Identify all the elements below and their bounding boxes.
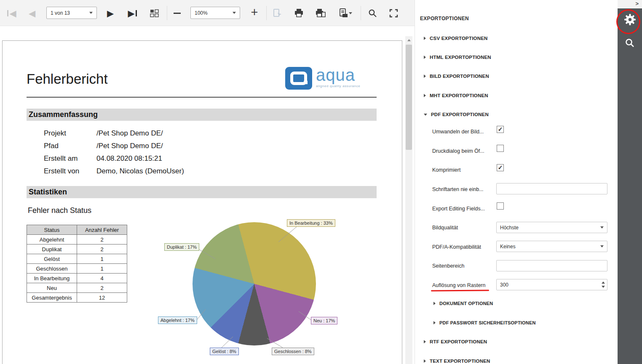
vertical-scrollbar[interactable]: [405, 36, 412, 364]
statistics-heading: Statistiken: [27, 186, 377, 198]
highlight-editing-fields-button[interactable]: [270, 4, 286, 22]
table-cell: 2: [77, 283, 127, 293]
section-csv-exportoptions[interactable]: CSV EXPORTOPTIONEN: [424, 35, 488, 41]
label-never-embed-fonts: Schriftarten nie einb...: [432, 186, 484, 192]
spinner-raster-resolution[interactable]: [496, 279, 607, 290]
checkbox-convert-images[interactable]: [497, 126, 504, 133]
checkbox-export-editing-fields[interactable]: [497, 202, 504, 210]
aqua-logo: aqua aligned quality assurance: [285, 67, 360, 90]
fullscreen-icon: [389, 9, 398, 18]
gear-icon: [623, 13, 637, 26]
section-pdf-exportoptions[interactable]: PDF EXPORTOPTIONEN: [424, 112, 489, 117]
annotation-red-underline: [431, 290, 489, 291]
first-page-button[interactable]: ◀: [3, 4, 20, 22]
column-header: Status: [27, 225, 77, 235]
section-bild-exportoptions[interactable]: BILD EXPORTOPTIONEN: [424, 73, 489, 79]
raster-resolution-input[interactable]: [497, 280, 594, 290]
page-selector[interactable]: 1 von 13: [46, 7, 97, 19]
label-page-range: Seitenbereich: [432, 263, 464, 269]
summary-heading: Zusammenfassung: [27, 109, 377, 121]
section-mht-exportoptions[interactable]: MHT EXPORTOPTIONEN: [424, 93, 488, 98]
toolbar-separator: [167, 6, 167, 20]
minus-icon: [174, 13, 181, 14]
section-pdf-passwort-sicherheitsoptionen[interactable]: PDF PASSWORT SICHERHEITSOPTIONEN: [433, 320, 536, 326]
zoom-selector-value: 100%: [195, 10, 233, 16]
pie-callout-geloest: Gelöst : 8%: [210, 348, 239, 355]
search-button[interactable]: [364, 4, 381, 22]
chevron-up-icon: [407, 39, 411, 41]
chevron-right-icon: [424, 359, 426, 363]
section-rtf-exportoptions[interactable]: RTF EXPORTOPTIONEN: [424, 339, 487, 345]
spinner-up-icon[interactable]: [602, 282, 605, 284]
select-pdfa-compat[interactable]: Keines: [496, 241, 607, 252]
chevron-right-icon: [433, 302, 436, 305]
chevron-right-icon: [424, 94, 426, 97]
summary-row: Erstellt von Demo, Nicolas (DemoUser): [44, 165, 184, 178]
spinner-down-icon[interactable]: [602, 286, 605, 288]
last-page-button[interactable]: ▶: [123, 4, 142, 22]
previous-page-button[interactable]: ◀: [24, 4, 40, 22]
chart-subheading: Fehler nach Status: [28, 206, 91, 215]
rail-header: >: [618, 0, 642, 8]
toolbar-separator: [361, 6, 361, 20]
zoom-in-button[interactable]: +: [246, 4, 263, 22]
label-export-editing-fields: Export Editing Fields...: [432, 206, 485, 212]
toolbar-separator: [266, 6, 267, 20]
summary-row: Pfad /Pet Shop Demo DE/: [44, 140, 163, 152]
zoom-selector[interactable]: 100%: [190, 7, 240, 19]
section-text-exportoptions[interactable]: TEXT EXPORTOPTIONEN: [424, 358, 490, 364]
pie-callout-abgelehnt: Abgelehnt : 17%: [158, 316, 197, 324]
page-layout-button[interactable]: [145, 4, 163, 22]
input-page-range[interactable]: [496, 260, 607, 271]
table-cell: 2: [77, 235, 127, 244]
section-dokument-optionen[interactable]: DOKUMENT OPTIONEN: [433, 300, 493, 306]
checkbox-print-dialog[interactable]: [497, 145, 504, 152]
spinner-buttons[interactable]: [602, 282, 605, 288]
scroll-up-button[interactable]: [405, 36, 412, 44]
checkbox-compressed[interactable]: [497, 164, 504, 171]
fullscreen-button[interactable]: [384, 4, 403, 22]
table-cell: 12: [77, 293, 127, 303]
pie-chart: [193, 222, 316, 345]
collapse-panel-chevron[interactable]: >: [635, 0, 639, 7]
chevron-right-icon: [424, 56, 426, 59]
section-html-exportoptions[interactable]: HTML EXPORTOPTIONEN: [424, 54, 491, 60]
previous-page-icon: ◀: [29, 9, 35, 18]
table-cell: Neu: [27, 283, 77, 293]
table-cell: 1: [77, 264, 127, 274]
input-never-embed-fonts[interactable]: [496, 183, 607, 194]
chevron-right-icon: [433, 321, 436, 324]
chevron-down-icon: [600, 245, 604, 247]
pie-callout-duplikat: Duplikat : 17%: [164, 243, 199, 251]
search-tool-button[interactable]: [618, 35, 642, 51]
table-cell: Abgelehnt: [27, 235, 77, 244]
print-button[interactable]: [290, 4, 308, 22]
table-row: Gesamtergebnis 12: [27, 293, 127, 303]
label-pdfa-compat: PDF/A-Kompatibilität: [432, 244, 481, 250]
table-row: Neu 2: [27, 283, 127, 293]
zoom-out-button[interactable]: [169, 4, 185, 22]
pie-callout-neu: Neu : 17%: [311, 317, 337, 324]
panel-tab-rail: >: [618, 0, 642, 364]
select-image-quality[interactable]: Höchste: [496, 222, 607, 233]
search-icon: [625, 38, 635, 48]
title-divider: [27, 97, 377, 98]
next-page-button[interactable]: ▶: [102, 4, 119, 22]
table-cell: 2: [77, 244, 127, 254]
logo-tagline: aligned quality assurance: [316, 84, 360, 88]
chevron-down-icon: [600, 226, 604, 228]
search-icon: [368, 9, 377, 18]
chevron-down-icon: [424, 114, 427, 116]
table-cell: Gesamtergebnis: [27, 293, 77, 303]
label-compressed: Komprimiert: [432, 167, 460, 173]
print-page-button[interactable]: [312, 4, 329, 22]
summary-row: Projekt /Pet Shop Demo DE/: [44, 127, 163, 140]
select-pdfa-compat-value: Keines: [500, 244, 600, 250]
scrollbar-thumb[interactable]: [406, 45, 412, 150]
export-document-button[interactable]: [334, 4, 357, 22]
export-options-panel: EXPORTOPTIONEN CSV EXPORTOPTIONEN HTML E…: [415, 0, 618, 364]
chevron-down-icon: [233, 12, 236, 14]
pie-callout-geschlossen: Geschlossen : 8%: [272, 348, 314, 355]
options-gear-button[interactable]: [618, 11, 642, 28]
table-cell: Geschlossen: [27, 264, 77, 274]
